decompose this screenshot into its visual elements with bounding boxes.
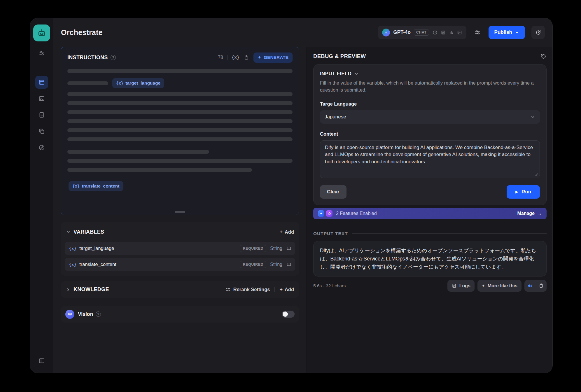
variable-name: translate_content [79,262,116,267]
output-card: Difyは、AIアプリケーションを構築するためのオープンソースプラットフォームで… [313,241,547,276]
model-name: GPT-4o [393,29,411,35]
chevron-down-icon [515,30,519,35]
text-to-speech-button[interactable] [524,280,536,292]
vision-toggle[interactable] [282,311,295,318]
target-language-select[interactable]: Japanese [320,110,540,124]
insert-variable-button[interactable]: {x} [232,55,239,60]
run-button[interactable]: ▶ Run [507,185,540,199]
required-badge: REQUIRED [240,245,266,252]
chat-mode-badge: CHAT [414,29,429,36]
variable-chip-label: translate_content [82,183,119,189]
model-selector[interactable]: GPT-4o CHAT [378,26,466,39]
variable-chip-target-language[interactable]: {x} target_language [112,78,164,88]
sliders-icon [38,50,45,57]
target-language-value: Japanese [325,114,346,120]
logs-button[interactable]: Logs [447,280,475,292]
divider [352,233,547,234]
sidebar-item-orchestrate[interactable] [35,76,48,89]
model-parameters-button[interactable] [471,26,484,39]
input-field-title: INPUT FIELD [320,71,351,77]
variable-icon: {x} [69,262,76,267]
sidebar-item-settings[interactable] [35,47,48,60]
content-value: Dify is an open-source platform for buil… [325,145,533,164]
top-bar: Orchestrate GPT-4o CHAT [53,18,552,47]
field-type-icon[interactable] [286,246,292,251]
toggle-knob [283,312,288,317]
sparkle-icon: ✦ [258,55,261,60]
clear-button[interactable]: Clear [320,185,346,199]
equalizer-icon [449,30,454,35]
output-text: Difyは、AIアプリケーションを構築するためのオープンソースプラットフォームで… [320,246,540,271]
rerank-settings-label: Rerank Settings [233,287,270,292]
sidebar-item-terminal[interactable] [35,92,48,105]
output-actions: Logs ✦ More like this [447,280,547,292]
gauge-icon [432,30,438,35]
add-label: Add [285,287,294,292]
more-like-this-label: More like this [488,283,517,288]
sidebar [30,18,53,373]
help-icon[interactable]: ? [96,312,101,317]
field-type-icon[interactable] [286,262,292,267]
instructions-title: INSTRUCTIONS [67,55,108,61]
more-like-this-button[interactable]: ✦ More like this [477,280,522,292]
features-enabled-bar[interactable]: ✦ 2 Features Enabled Manage → [313,208,547,219]
output-text-header: OUTPUT TEXT [313,231,547,236]
app-avatar[interactable] [33,24,50,41]
skeleton-line [67,69,293,73]
variables-section: VARIABLES + Add {x} target_language REQU… [61,222,299,276]
collapse-sidebar-button[interactable] [35,354,48,367]
input-field-description: Fill in the value of the variable, which… [320,80,540,94]
variable-row-translate-content[interactable]: {x} translate_content REQUIRED String [65,258,295,271]
add-variable-button[interactable]: + Add [279,229,294,235]
chevron-down-icon[interactable] [66,230,71,234]
copy-output-button[interactable] [536,280,547,292]
input-field-card: INPUT FIELD Fill in the value of the var… [313,64,547,205]
generate-button[interactable]: ✦ GENERATE [253,52,293,63]
debug-header: DEBUG & PREVIEW [313,50,547,62]
sidebar-item-monitoring[interactable] [35,141,48,154]
logs-icon [452,283,457,288]
char-count: 78 [218,55,223,60]
help-icon[interactable]: ? [111,55,116,60]
sliders-icon [474,29,481,36]
rerank-settings-button[interactable]: Rerank Settings [225,287,270,292]
publish-button[interactable]: Publish [489,26,525,39]
openai-logo-icon [382,29,390,36]
variable-icon: {x} [69,246,76,251]
chevron-down-icon [354,71,359,76]
resize-corner-icon[interactable] [534,173,538,176]
robot-icon [37,28,47,38]
skeleton-line [67,81,108,85]
history-icon [535,29,541,36]
run-label: Run [522,189,531,195]
history-button[interactable] [531,26,545,39]
manage-label: Manage [517,211,535,216]
input-field-header[interactable]: INPUT FIELD [320,71,540,77]
publish-label: Publish [494,29,512,35]
skeleton-line [67,159,293,163]
sidebar-item-annotations[interactable] [35,125,48,138]
variable-chip-translate-content[interactable]: {x} translate_content [69,181,123,191]
knowledge-actions: Rerank Settings + Add [225,286,294,293]
sparkle-icon: ✦ [482,284,485,288]
clipboard-icon [538,283,544,288]
document-icon [440,30,446,35]
sidebar-item-logs[interactable] [35,108,48,121]
sidebar-nav [35,72,48,154]
resize-handle[interactable] [175,211,185,213]
chevron-right-icon[interactable] [66,287,71,292]
content-textarea[interactable]: Dify is an open-source platform for buil… [320,140,540,178]
variables-title: VARIABLES [74,229,104,235]
instructions-editor[interactable]: INSTRUCTIONS ? 78 {x} [61,47,299,215]
more-like-this-feature-icon: ✦ [318,210,324,217]
skeleton-line [67,101,293,105]
manage-features-button[interactable]: Manage → [517,211,542,216]
target-language-label: Targe Language [320,101,540,107]
orchestrate-icon [38,79,45,86]
instructions-header: INSTRUCTIONS ? 78 {x} [67,52,293,63]
restart-button[interactable] [540,53,547,60]
copy-prompt-button[interactable] [244,55,249,60]
variable-row-target-language[interactable]: {x} target_language REQUIRED String [65,242,295,255]
copy-icon [38,128,45,135]
add-knowledge-button[interactable]: + Add [279,286,294,293]
